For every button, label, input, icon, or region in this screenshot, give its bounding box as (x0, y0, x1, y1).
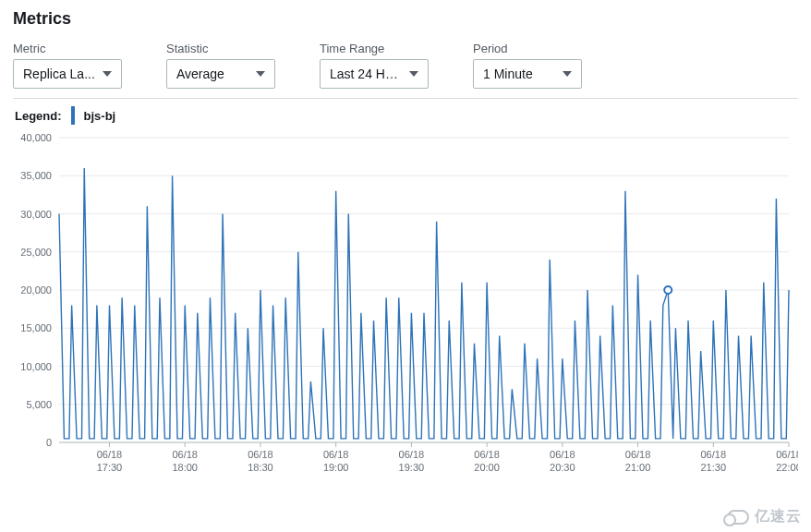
svg-text:06/18: 06/18 (399, 449, 425, 460)
timerange-select[interactable]: Last 24 Ho... (320, 59, 429, 89)
statistic-select-value: Average (176, 66, 224, 81)
metric-select-value: Replica La... (23, 66, 95, 81)
timerange-label: Time Range (320, 42, 429, 55)
period-select-value: 1 Minute (483, 66, 533, 81)
chevron-down-icon (256, 71, 265, 77)
metric-select[interactable]: Replica La... (13, 59, 122, 89)
svg-text:20,000: 20,000 (20, 284, 52, 296)
svg-text:10,000: 10,000 (20, 361, 52, 372)
svg-text:19:30: 19:30 (399, 462, 425, 473)
svg-text:06/18: 06/18 (701, 449, 727, 460)
svg-text:06/18: 06/18 (550, 449, 575, 460)
svg-text:20:00: 20:00 (474, 462, 500, 473)
svg-text:0: 0 (46, 437, 52, 448)
page-title: Metrics (13, 9, 798, 29)
chevron-down-icon (563, 71, 572, 77)
svg-text:15,000: 15,000 (20, 322, 52, 333)
svg-point-48 (664, 286, 672, 294)
statistic-label: Statistic (166, 42, 275, 55)
watermark-text: 亿速云 (755, 507, 802, 526)
svg-text:19:00: 19:00 (323, 462, 349, 473)
svg-text:40,000: 40,000 (20, 132, 52, 143)
svg-text:06/18: 06/18 (776, 449, 798, 460)
svg-text:18:30: 18:30 (248, 462, 273, 473)
controls-row: Metric Replica La... Statistic Average T… (13, 42, 798, 89)
statistic-select[interactable]: Average (166, 59, 275, 89)
svg-text:5,000: 5,000 (26, 399, 52, 410)
divider (13, 98, 798, 99)
cloud-icon (727, 510, 749, 525)
legend-color-chip (71, 106, 75, 125)
chevron-down-icon (409, 71, 418, 77)
watermark: 亿速云 (727, 507, 802, 526)
svg-text:18:00: 18:00 (172, 462, 198, 473)
legend-series-name[interactable]: bjs-bj (84, 109, 116, 123)
svg-text:21:00: 21:00 (625, 462, 651, 473)
svg-text:06/18: 06/18 (172, 449, 198, 460)
svg-text:06/18: 06/18 (97, 449, 123, 460)
svg-text:06/18: 06/18 (323, 449, 349, 460)
metric-label: Metric (13, 42, 122, 55)
svg-text:22:00: 22:00 (776, 462, 798, 473)
period-label: Period (473, 42, 582, 55)
legend: Legend: bjs-bj (13, 106, 798, 125)
svg-text:06/18: 06/18 (248, 449, 273, 460)
svg-text:20:30: 20:30 (550, 462, 575, 473)
svg-text:06/18: 06/18 (474, 449, 500, 460)
legend-label: Legend: (15, 109, 62, 123)
svg-text:21:30: 21:30 (701, 462, 727, 473)
svg-text:25,000: 25,000 (20, 247, 52, 258)
chevron-down-icon (103, 71, 112, 77)
svg-text:30,000: 30,000 (20, 209, 52, 220)
svg-text:06/18: 06/18 (625, 449, 651, 460)
period-select[interactable]: 1 Minute (473, 59, 582, 89)
timerange-select-value: Last 24 Ho... (330, 66, 402, 81)
svg-text:17:30: 17:30 (97, 462, 123, 473)
metrics-chart[interactable]: 05,00010,00015,00020,00025,00030,00035,0… (13, 130, 798, 481)
svg-text:35,000: 35,000 (20, 170, 52, 181)
